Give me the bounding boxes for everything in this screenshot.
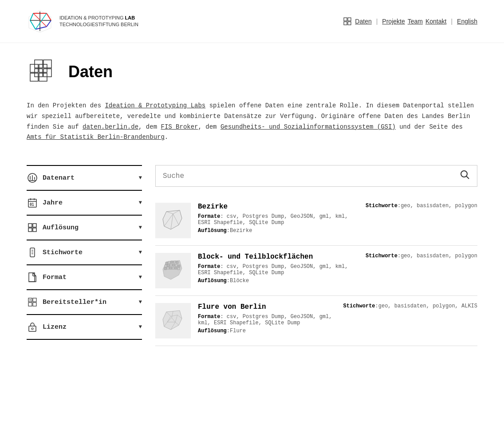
svg-rect-21 <box>35 69 43 77</box>
search-icon <box>460 170 470 180</box>
result-tags-bezirke: Stichworte:geo, basisdaten, polygon <box>366 203 477 209</box>
lizenz-arrow: ▼ <box>139 324 142 330</box>
result-block: Block- und Teilblockflächen Formate: csv… <box>155 246 477 296</box>
filter-aufloesung[interactable]: Auflösung ▼ <box>27 215 142 240</box>
main-content: Datenart ▼ 01 Jahre ▼ <box>0 156 504 355</box>
search-box <box>155 165 477 187</box>
svg-rect-46 <box>28 303 32 306</box>
result-bezirke: Bezirke Formate: csv, Postgres Dump, Geo… <box>155 196 477 246</box>
svg-rect-19 <box>35 60 43 68</box>
filter-bereitsteller[interactable]: Bereitsteller*in ▼ <box>27 289 142 314</box>
svg-rect-15 <box>30 64 38 72</box>
svg-line-6 <box>47 20 51 27</box>
page-header: Daten <box>0 43 504 96</box>
stichworte-arrow: ▼ <box>139 249 142 256</box>
svg-rect-61 <box>170 264 172 266</box>
link-amt[interactable]: Amts für Statistik Berlin-Brandenburg <box>27 134 165 141</box>
svg-rect-16 <box>39 64 47 72</box>
description: In den Projekten des Ideation & Prototyp… <box>0 96 504 156</box>
daten-nav-icon <box>343 16 352 26</box>
result-thumb-block <box>155 253 191 288</box>
nav-english[interactable]: English <box>457 18 477 25</box>
page-icon <box>27 56 58 87</box>
result-title-block: Block- und Teilblockflächen <box>198 253 358 261</box>
result-formats-block: Formate: csv, Postgres Dump, GeoJSON, gm… <box>198 264 358 276</box>
result-tags-block: Stichworte:geo, basisdaten, polygon <box>366 253 477 259</box>
link-fis-broker[interactable]: FIS Broker <box>161 123 198 130</box>
svg-text:01: 01 <box>30 203 34 207</box>
result-resolution-bezirke: Auflösung:Bezirke <box>198 228 358 234</box>
jahre-icon: 01 <box>27 197 38 209</box>
svg-rect-33 <box>28 224 32 227</box>
svg-rect-68 <box>172 267 174 269</box>
filter-stichworte[interactable]: Stichworte ▼ <box>27 240 142 264</box>
sidebar: Datenart ▼ 01 Jahre ▼ <box>27 165 142 346</box>
logo-icon <box>27 8 53 35</box>
result-thumb-flure <box>155 303 191 338</box>
svg-rect-64 <box>178 265 180 267</box>
page-title: Daten <box>68 63 113 81</box>
link-gsi[interactable]: Gesundheits- und Sozialinformationssyste… <box>220 123 396 130</box>
svg-rect-34 <box>33 224 36 227</box>
svg-rect-63 <box>175 264 177 267</box>
datenart-icon <box>27 172 38 184</box>
svg-rect-54 <box>165 262 168 264</box>
aufloesung-arrow: ▼ <box>139 224 142 231</box>
svg-rect-36 <box>33 228 36 232</box>
filter-jahre[interactable]: 01 Jahre ▼ <box>27 190 142 215</box>
bereitsteller-arrow: ▼ <box>139 299 142 305</box>
svg-rect-66 <box>167 267 169 269</box>
svg-rect-20 <box>43 60 51 68</box>
results-area: Bezirke Formate: csv, Postgres Dump, Geo… <box>155 165 477 346</box>
svg-rect-45 <box>33 298 36 302</box>
nav-team[interactable]: Team <box>408 18 423 25</box>
bereitsteller-icon <box>27 296 38 308</box>
svg-rect-58 <box>176 261 178 264</box>
main-nav: Daten | Projekte Team Kontakt | English <box>343 16 477 26</box>
svg-rect-17 <box>30 73 38 81</box>
search-button[interactable] <box>453 165 477 186</box>
filter-format[interactable]: Format ▼ <box>27 264 142 289</box>
svg-line-2 <box>47 13 51 20</box>
lizenz-icon <box>27 321 38 333</box>
svg-rect-12 <box>348 18 351 21</box>
svg-rect-56 <box>171 261 173 263</box>
svg-line-4 <box>30 20 35 29</box>
svg-point-52 <box>461 171 467 177</box>
filter-lizenz[interactable]: Lizenz ▼ <box>27 314 142 340</box>
result-flure: Flure von Berlin Formate: csv, Postgres … <box>155 296 477 346</box>
svg-rect-35 <box>28 228 32 232</box>
nav-daten[interactable]: Daten <box>355 18 371 25</box>
svg-rect-37 <box>30 248 35 257</box>
svg-point-51 <box>32 328 33 330</box>
stichworte-icon <box>27 247 38 258</box>
link-lab[interactable]: Ideation & Prototyping Labs <box>105 102 205 109</box>
result-resolution-flure: Auflösung:Flure <box>198 328 336 334</box>
search-input[interactable] <box>156 167 453 185</box>
svg-rect-47 <box>33 303 36 306</box>
jahre-arrow: ▼ <box>139 200 142 206</box>
svg-rect-60 <box>167 264 169 267</box>
svg-rect-59 <box>165 265 167 267</box>
svg-rect-67 <box>169 267 172 269</box>
link-daten-berlin[interactable]: daten.berlin.de <box>83 123 138 130</box>
svg-line-3 <box>30 13 33 20</box>
nav-projekte[interactable]: Projekte <box>382 18 405 25</box>
svg-line-53 <box>466 176 469 179</box>
result-title-bezirke: Bezirke <box>198 203 358 211</box>
filter-datenart[interactable]: Datenart ▼ <box>27 165 142 190</box>
svg-rect-62 <box>173 264 175 266</box>
result-formats-bezirke: Formate: csv, Postgres Dump, GeoJSON, gm… <box>198 213 358 226</box>
svg-rect-14 <box>348 22 351 25</box>
svg-rect-55 <box>168 261 170 264</box>
format-icon <box>27 272 38 283</box>
svg-rect-65 <box>164 268 166 270</box>
svg-rect-13 <box>344 22 347 25</box>
logo-area: IDEATION & PROTOTYPING LAB TECHNOLOGIEST… <box>27 8 138 35</box>
result-resolution-block: Auflösung:Blöcke <box>198 278 358 284</box>
svg-rect-69 <box>175 267 177 269</box>
result-thumb-bezirke <box>155 203 191 238</box>
nav-kontakt[interactable]: Kontakt <box>425 18 446 25</box>
svg-rect-18 <box>39 73 47 81</box>
svg-rect-22 <box>43 69 51 77</box>
